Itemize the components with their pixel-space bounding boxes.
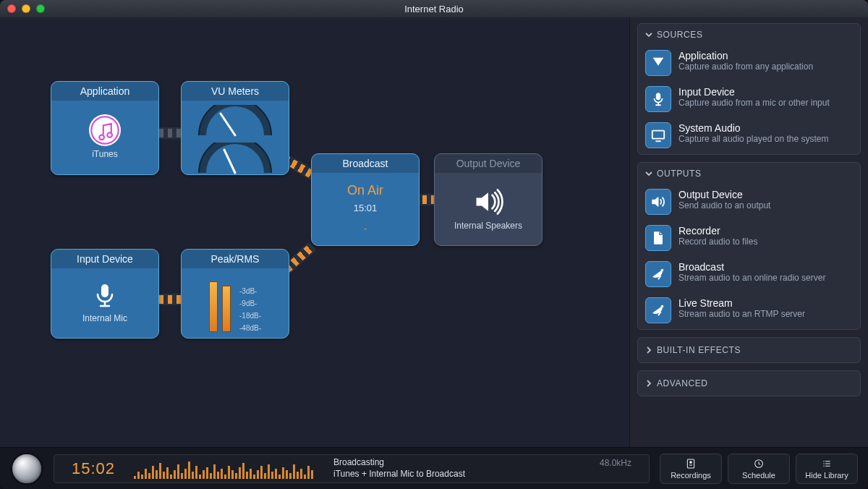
node-title: Input Device [51,250,158,268]
panel-title: OUTPUTS [657,169,702,179]
recordings-icon [685,458,697,469]
node-title: Peak/RMS [182,250,289,268]
pipeline-canvas[interactable]: Application iTunes VU Meters Broadcas [0,17,629,447]
svg-point-8 [661,305,663,307]
svg-point-0 [90,115,120,145]
microphone-icon [645,86,671,112]
library-sidebar: SOURCES ApplicationCapture audio from an… [629,17,868,447]
microphone-icon [90,281,119,310]
peak-meter-icon [209,274,231,332]
db-scale: -3dB- -9dB- -18dB- -48dB- [239,287,261,332]
display-icon [645,122,671,148]
svg-point-10 [690,461,692,463]
library-item-recorder[interactable]: RecorderRecord audio to files [638,221,860,257]
library-item-output-device[interactable]: Output DeviceSend audio to an output [638,184,860,221]
sample-rate: 48.0kHz [600,455,631,468]
itunes-icon [89,114,121,146]
library-item-input-device[interactable]: Input DeviceCapture audio from a mic or … [638,82,860,118]
chevron-down-icon [645,170,652,177]
svg-point-7 [661,269,663,271]
node-caption: Internal Mic [82,313,127,323]
speaker-icon [645,189,671,215]
hide-library-button[interactable]: Hide Library [796,454,858,484]
library-item-application[interactable]: ApplicationCapture audio from any applic… [638,46,860,82]
record-button[interactable] [10,452,43,485]
library-item-broadcast[interactable]: BroadcastStream audio to an online radio… [638,257,860,293]
vu-gauge-icon [195,105,275,140]
schedule-button[interactable]: Schedule [728,454,790,484]
chevron-right-icon [645,380,652,387]
panel-title: ADVANCED [657,378,708,388]
broadcast-timer: 15:01 [354,203,378,213]
node-title: Output Device [435,154,542,173]
session-timer: 15:02 [64,459,122,478]
waveform-icon [134,459,322,479]
node-broadcast[interactable]: Broadcast On Air 15:01 - [311,153,420,246]
node-caption: iTunes [92,149,118,159]
chevron-down-icon [645,31,652,38]
speaker-icon [472,186,504,218]
node-peak-rms[interactable]: Peak/RMS -3dB- -9dB- -18dB- -48dB- [181,249,289,339]
status-line-2: iTunes + Internal Mic to Broadcast [333,469,588,480]
node-title: VU Meters [182,82,289,101]
svg-rect-4 [101,284,109,297]
clock-icon [753,458,765,469]
recordings-button[interactable]: Recordings [660,454,722,484]
node-output-device[interactable]: Output Device Internal Speakers [434,153,542,246]
svg-rect-6 [652,131,665,139]
list-icon [821,458,833,469]
outputs-panel: OUTPUTS Output DeviceSend audio to an ou… [637,162,861,330]
outputs-header[interactable]: OUTPUTS [638,163,860,184]
panel-title: SOURCES [657,30,703,40]
effects-panel: BUILT-IN EFFECTS [637,337,861,363]
satellite-dish-icon [645,297,671,323]
status-line-1: Broadcasting [333,457,588,469]
status-bar: 15:02 Broadcasting iTunes + Internal Mic… [54,454,650,483]
node-input-device[interactable]: Input Device Internal Mic [51,249,159,339]
node-application[interactable]: Application iTunes [51,81,159,175]
library-item-live-stream[interactable]: Live StreamStream audio to an RTMP serve… [638,293,860,329]
panel-title: BUILT-IN EFFECTS [657,345,741,355]
broadcast-meta: - [364,224,367,234]
node-title: Broadcast [312,154,419,173]
vu-gauge-icon [195,143,275,175]
window-title: Internet Radio [0,4,868,14]
node-vu-meters[interactable]: VU Meters [181,81,289,175]
file-icon [645,225,671,251]
broadcast-status: On Air [347,183,383,198]
app-icon [645,50,671,76]
svg-rect-9 [687,459,694,468]
chevron-right-icon [645,346,652,354]
sources-panel: SOURCES ApplicationCapture audio from an… [637,23,861,155]
node-caption: Internal Speakers [454,221,522,231]
advanced-panel: ADVANCED [637,370,861,396]
node-title: Application [51,82,158,101]
satellite-dish-icon [645,261,671,287]
advanced-header[interactable]: ADVANCED [638,371,860,396]
titlebar[interactable]: Internet Radio [0,0,868,17]
footer: 15:02 Broadcasting iTunes + Internal Mic… [0,447,868,489]
app-window: Internet Radio Application iTunes [0,0,868,489]
library-item-system-audio[interactable]: System AudioCapture all audio played on … [638,118,860,154]
effects-header[interactable]: BUILT-IN EFFECTS [638,338,860,362]
svg-rect-5 [656,93,660,100]
sources-header[interactable]: SOURCES [638,24,860,46]
